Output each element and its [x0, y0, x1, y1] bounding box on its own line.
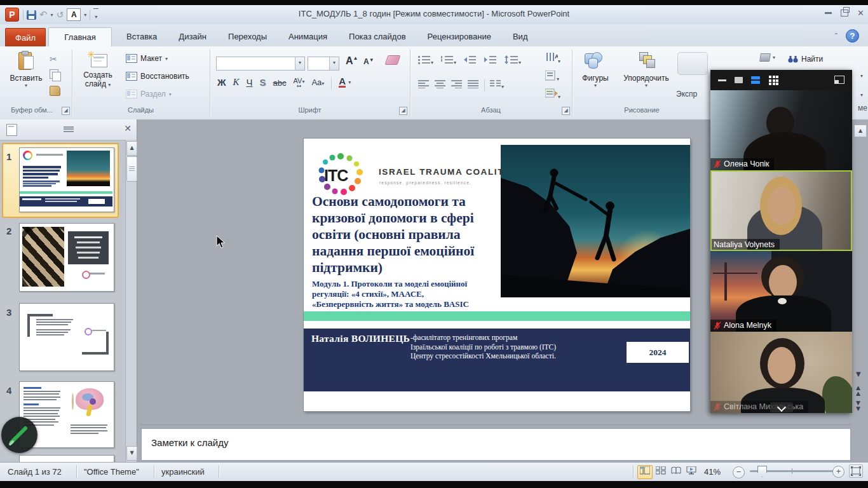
align-center-button[interactable]: [435, 79, 446, 91]
restore-icon[interactable]: [841, 10, 848, 17]
slide-thumbnail-1[interactable]: [19, 147, 114, 212]
paragraph-dialog-launcher[interactable]: ◢: [562, 107, 570, 115]
character-spacing-button[interactable]: AV▾ ↔: [294, 77, 305, 89]
font-size-combobox[interactable]: ▾: [308, 57, 339, 71]
fit-to-window-button[interactable]: [849, 464, 863, 478]
participant-video-4[interactable]: Світлана Михальська: [710, 332, 852, 413]
presenter-band[interactable]: Наталія ВОЛИНЕЦЬ -фасилітатор тренінгови…: [304, 329, 690, 391]
clipboard-dialog-launcher[interactable]: ◢: [62, 107, 70, 115]
zoom-out-button[interactable]: −: [733, 466, 745, 478]
tab-file[interactable]: Файл: [5, 28, 46, 47]
speaker-view-icon[interactable]: [735, 77, 743, 83]
layout-button[interactable]: Макет▾: [126, 54, 168, 63]
font-color-button[interactable]: A: [339, 77, 346, 88]
zoom-in-button[interactable]: +: [832, 466, 844, 478]
tab-review[interactable]: Рецензирование: [417, 27, 502, 46]
tab-slideshow[interactable]: Показ слайдов: [338, 27, 417, 46]
shrink-font-button[interactable]: A▼: [363, 57, 374, 66]
line-spacing-button[interactable]: ▾: [505, 55, 521, 67]
text-direction-button[interactable]: A▾: [545, 53, 560, 65]
gallery-view-icon[interactable]: [769, 76, 778, 85]
reset-button[interactable]: Восстановить: [126, 72, 189, 81]
justify-button[interactable]: [468, 79, 479, 91]
scroll-up-icon[interactable]: ▲: [126, 141, 137, 156]
thumbnail-scrollbar[interactable]: ▲ ▼: [125, 140, 137, 462]
tab-view[interactable]: Вид: [502, 27, 539, 46]
previous-slide-icon[interactable]: ▲▲: [856, 385, 860, 396]
outline-tab-icon[interactable]: [64, 125, 74, 133]
notes-placeholder[interactable]: Заметки к слайду: [151, 437, 229, 448]
next-slide-icon[interactable]: ▼▼: [856, 400, 860, 412]
align-left-button[interactable]: [418, 79, 430, 91]
collapse-ribbon-icon[interactable]: ⌃: [834, 32, 839, 39]
scroll-down-icon[interactable]: ▼: [126, 446, 137, 461]
collapse-videos-chevron[interactable]: [770, 402, 793, 412]
theme-indicator[interactable]: "Office Theme": [84, 467, 139, 477]
slide-canvas[interactable]: ITC ISRAEL TRAUMA COALITION response. pr…: [304, 139, 690, 411]
align-text-button[interactable]: ▾: [545, 71, 559, 83]
increase-indent-button[interactable]: [484, 55, 497, 67]
reading-view-button[interactable]: [669, 466, 683, 478]
arrange-button[interactable]: Упорядочить ▾: [618, 52, 675, 88]
slide-thumbnail-3[interactable]: [19, 303, 114, 371]
main-scroll-down-icon[interactable]: ▼: [856, 371, 861, 377]
minimize-video-icon[interactable]: [718, 79, 726, 81]
popout-video-icon[interactable]: [834, 76, 844, 84]
close-panel-icon[interactable]: ✕: [124, 123, 132, 133]
italic-button[interactable]: К: [233, 77, 240, 88]
slides-tab-icon[interactable]: [6, 124, 17, 136]
slideshow-view-button[interactable]: [684, 466, 698, 478]
slide-sorter-view-button[interactable]: [654, 466, 668, 478]
notes-splitter[interactable]: [141, 424, 850, 425]
slide-thumbnail-2[interactable]: [19, 223, 114, 292]
slide-photo-helping-hand[interactable]: [501, 145, 690, 297]
clear-formatting-icon[interactable]: [385, 55, 401, 65]
help-icon[interactable]: ?: [846, 29, 859, 43]
quick-styles-button[interactable]: Экспр: [676, 90, 697, 98]
dropdown-fragment-icon[interactable]: ▾: [860, 73, 863, 79]
font-color-dropdown-icon[interactable]: ▾: [348, 77, 351, 85]
convert-smartart-button[interactable]: ▾: [545, 88, 560, 101]
copy-icon[interactable]: [50, 69, 58, 79]
tab-home[interactable]: Главная: [48, 27, 112, 47]
underline-button[interactable]: Ч: [247, 77, 253, 88]
format-painter-icon[interactable]: [50, 86, 60, 96]
shape-fill-button[interactable]: ▾: [760, 53, 775, 62]
new-slide-button[interactable]: ✳ Создать слайд ▾: [79, 51, 117, 88]
paste-button[interactable]: Вставить ▾: [9, 51, 43, 88]
main-scroll-up-icon[interactable]: ▲: [854, 125, 867, 137]
participant-video-2[interactable]: Nataliya Volynets: [710, 170, 852, 251]
tab-design[interactable]: Дизайн: [168, 27, 217, 46]
find-button[interactable]: Найти: [788, 55, 823, 64]
dropdown-fragment-icon[interactable]: ▾: [860, 92, 863, 98]
align-right-button[interactable]: [451, 79, 463, 91]
annotation-tool-button[interactable]: [1, 417, 37, 453]
bullets-button[interactable]: ▾: [418, 55, 433, 67]
shapes-button[interactable]: Фигуры ▾: [576, 52, 615, 88]
active-speaker-layout-icon[interactable]: [751, 76, 760, 85]
bold-button[interactable]: Ж: [217, 77, 226, 88]
cut-icon[interactable]: ✂: [50, 54, 57, 64]
scrollbar-thumb[interactable]: [126, 156, 137, 182]
font-name-combobox[interactable]: ▾: [216, 57, 305, 71]
slide-title[interactable]: Основи самодопомоги такризової допомоги …: [312, 193, 509, 276]
quick-styles-preview[interactable]: [677, 52, 708, 75]
participant-video-3[interactable]: Alona Melnyk: [710, 251, 852, 332]
zoom-level[interactable]: 41%: [704, 467, 721, 477]
change-case-button[interactable]: Aa▾: [311, 77, 324, 87]
participant-video-1[interactable]: Олена Чопік: [710, 90, 852, 170]
language-indicator[interactable]: украинский: [161, 467, 205, 477]
normal-view-button[interactable]: [637, 465, 653, 479]
shadow-button[interactable]: S: [260, 77, 266, 88]
minimize-icon[interactable]: [825, 12, 832, 14]
notes-pane[interactable]: Заметки к слайду: [141, 428, 851, 461]
tab-insert[interactable]: Вставка: [116, 27, 168, 46]
decrease-indent-button[interactable]: [464, 55, 477, 67]
tab-animations[interactable]: Анимация: [278, 27, 338, 46]
close-icon[interactable]: ✕: [857, 8, 864, 18]
columns-button[interactable]: ▾: [490, 79, 504, 91]
strikethrough-button[interactable]: abc: [273, 77, 287, 88]
grow-font-button[interactable]: A▲: [346, 55, 358, 67]
section-button[interactable]: Раздел▾: [126, 90, 172, 98]
font-dialog-launcher[interactable]: ◢: [399, 107, 407, 115]
